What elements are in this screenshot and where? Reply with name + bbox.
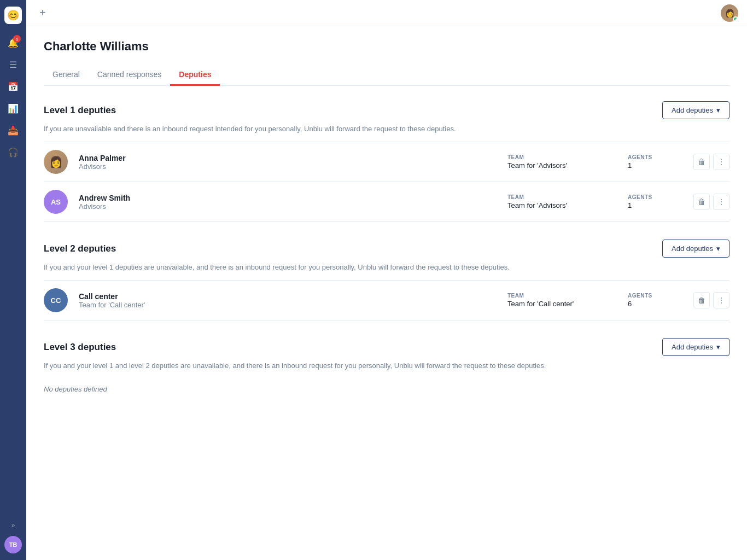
sidebar-item-list[interactable]: ☰ — [3, 55, 23, 74]
level2-title: Level 2 deputies — [44, 243, 116, 254]
trash-icon-2: 🗑 — [698, 197, 705, 206]
tab-deputies[interactable]: Deputies — [170, 65, 220, 86]
sidebar-item-headset[interactable]: 🎧 — [3, 142, 23, 162]
level1-header: Level 1 deputies Add deputies ▾ — [44, 101, 730, 119]
more-icon-3: ⋮ — [717, 296, 725, 305]
call-center-actions: 🗑 ⋮ — [693, 292, 730, 308]
more-andrew-smith-button[interactable]: ⋮ — [713, 194, 730, 210]
sidebar: 😊 🔔 1 ☰ 📅 📊 📥 🎧 » TB — [0, 0, 26, 560]
add-level3-label: Add deputies — [672, 343, 713, 351]
add-level1-deputies-button[interactable]: Add deputies ▾ — [662, 101, 730, 119]
anna-palmer-avatar: 👩 — [44, 150, 68, 174]
anna-palmer-agents: 1 — [628, 161, 693, 170]
more-anna-palmer-button[interactable]: ⋮ — [713, 154, 730, 170]
level2-description: If you and your level 1 deputies are una… — [44, 263, 730, 271]
call-center-team: Team for 'Call center' — [507, 300, 628, 308]
level2-section: Level 2 deputies Add deputies ▾ If you a… — [44, 222, 730, 320]
chevron-down-icon-2: ▾ — [716, 244, 720, 253]
chevron-down-icon: ▾ — [716, 106, 720, 114]
calendar-icon: 📅 — [8, 81, 19, 92]
agents-col-label: AGENTS — [628, 154, 693, 160]
table-row: 👩 Anna Palmer Advisors TEAM Team for 'Ad… — [44, 142, 730, 182]
chart-icon: 📊 — [8, 103, 19, 114]
andrew-smith-team: Team for 'Advisors' — [507, 201, 628, 209]
add-level2-label: Add deputies — [672, 244, 713, 253]
add-level1-label: Add deputies — [672, 106, 713, 114]
andrew-smith-initials: AS — [51, 198, 61, 206]
team-col-label-3: TEAM — [507, 293, 628, 299]
level1-section: Level 1 deputies Add deputies ▾ If you a… — [44, 86, 730, 222]
level3-header: Level 3 deputies Add deputies ▾ — [44, 338, 730, 356]
anna-palmer-name: Anna Palmer — [79, 154, 507, 162]
level2-header: Level 2 deputies Add deputies ▾ — [44, 240, 730, 258]
more-icon: ⋮ — [717, 158, 725, 166]
trash-icon: 🗑 — [698, 158, 705, 166]
call-center-avatar: CC — [44, 288, 68, 312]
andrew-smith-name: Andrew Smith — [79, 194, 507, 202]
team-col-label-2: TEAM — [507, 194, 628, 200]
sidebar-item-chart[interactable]: 📊 — [3, 98, 23, 118]
call-center-name: Call center — [79, 292, 507, 301]
level3-description: If you and your level 1 and level 2 depu… — [44, 361, 730, 370]
tab-bar: General Canned responses Deputies — [44, 65, 730, 86]
call-center-agents: 6 — [628, 300, 693, 308]
table-row: AS Andrew Smith Advisors TEAM Team for '… — [44, 182, 730, 221]
table-row: CC Call center Team for 'Call center' TE… — [44, 280, 730, 320]
andrew-smith-agents-section: AGENTS 1 — [628, 194, 693, 209]
more-icon-2: ⋮ — [717, 197, 725, 206]
anna-palmer-info: Anna Palmer Advisors — [79, 154, 507, 171]
inbox-icon: 📥 — [8, 125, 19, 136]
sidebar-logo: 😊 — [4, 7, 22, 24]
user-avatar-topbar[interactable]: 👩 — [721, 4, 738, 22]
anna-palmer-photo: 👩 — [44, 150, 68, 174]
list-icon: ☰ — [9, 60, 17, 70]
andrew-smith-actions: 🗑 ⋮ — [693, 194, 730, 210]
main-container: + 👩 Charlotte Williams General Canned re… — [26, 0, 747, 560]
delete-anna-palmer-button[interactable]: 🗑 — [693, 154, 710, 170]
andrew-smith-team-section: TEAM Team for 'Advisors' — [507, 194, 628, 209]
sidebar-item-notifications[interactable]: 🔔 1 — [3, 33, 23, 52]
andrew-smith-avatar: AS — [44, 190, 68, 214]
level3-section: Level 3 deputies Add deputies ▾ If you a… — [44, 320, 730, 406]
delete-call-center-button[interactable]: 🗑 — [693, 292, 710, 308]
andrew-smith-info: Andrew Smith Advisors — [79, 194, 507, 211]
andrew-smith-role: Advisors — [79, 202, 507, 211]
sidebar-item-calendar[interactable]: 📅 — [3, 77, 23, 96]
agents-col-label-2: AGENTS — [628, 194, 693, 200]
add-tab-button[interactable]: + — [35, 4, 50, 21]
more-call-center-button[interactable]: ⋮ — [713, 292, 730, 308]
sidebar-expand-button[interactable]: » — [9, 520, 17, 532]
level1-description: If you are unavailable and there is an i… — [44, 125, 730, 133]
page-title: Charlotte Williams — [44, 39, 730, 54]
trash-icon-3: 🗑 — [698, 296, 705, 305]
anna-palmer-role: Advisors — [79, 162, 507, 171]
anna-palmer-team: Team for 'Advisors' — [507, 161, 628, 170]
anna-palmer-agents-section: AGENTS 1 — [628, 154, 693, 170]
topbar: + 👩 — [26, 0, 747, 26]
logo-icon: 😊 — [7, 9, 19, 21]
online-indicator — [733, 16, 738, 22]
delete-andrew-smith-button[interactable]: 🗑 — [693, 194, 710, 210]
anna-palmer-team-section: TEAM Team for 'Advisors' — [507, 154, 628, 170]
call-center-team-section: TEAM Team for 'Call center' — [507, 293, 628, 308]
level3-empty-text: No deputies defined — [44, 378, 730, 406]
anna-palmer-actions: 🗑 ⋮ — [693, 154, 730, 170]
headset-icon: 🎧 — [8, 147, 19, 158]
level1-title: Level 1 deputies — [44, 105, 116, 116]
level3-title: Level 3 deputies — [44, 342, 116, 353]
call-center-info: Call center Team for 'Call center' — [79, 292, 507, 309]
tab-canned-responses[interactable]: Canned responses — [89, 65, 171, 86]
user-avatar-sidebar[interactable]: TB — [4, 536, 22, 553]
call-center-initials: CC — [51, 296, 61, 305]
tab-general[interactable]: General — [44, 65, 89, 86]
andrew-smith-agents: 1 — [628, 201, 693, 209]
sidebar-item-inbox[interactable]: 📥 — [3, 120, 23, 140]
notification-badge: 1 — [13, 35, 21, 43]
team-col-label: TEAM — [507, 154, 628, 160]
add-level3-deputies-button[interactable]: Add deputies ▾ — [662, 338, 730, 356]
call-center-agents-section: AGENTS 6 — [628, 293, 693, 308]
add-level2-deputies-button[interactable]: Add deputies ▾ — [662, 240, 730, 258]
chevron-down-icon-3: ▾ — [716, 343, 720, 351]
content-area: Charlotte Williams General Canned respon… — [26, 26, 747, 560]
call-center-role: Team for 'Call center' — [79, 301, 507, 309]
